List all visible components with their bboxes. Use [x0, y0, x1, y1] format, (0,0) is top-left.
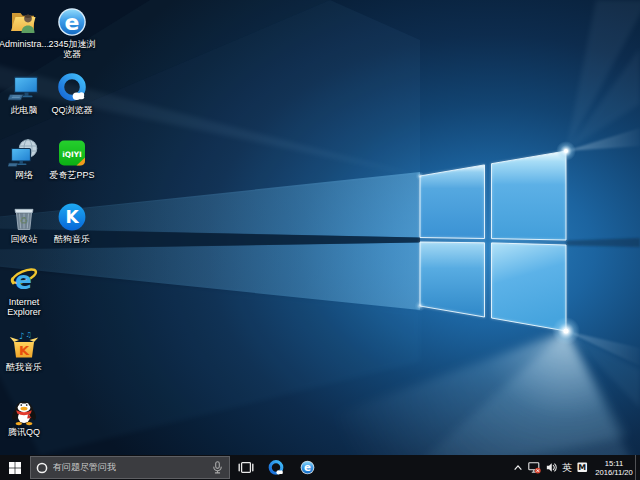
svg-text:♫: ♫ [26, 331, 32, 339]
desktop-icon-label: 爱奇艺PPS [40, 170, 104, 180]
taskbar-qq-browser-button[interactable] [264, 455, 288, 480]
svg-text:iQIYI: iQIYI [62, 150, 82, 159]
kugou-music-icon: K [56, 201, 88, 233]
taskbar-clock[interactable]: 15:11 2016/11/20 [590, 459, 635, 477]
recycle-bin-icon: ♻ [8, 201, 40, 233]
cortana-search-box[interactable]: 有问题尽管问我 [30, 456, 230, 479]
desktop-icon-internet-explorer[interactable]: e Internet Explorer [0, 264, 56, 317]
clock-time: 15:11 [593, 459, 635, 468]
qq-browser-icon [56, 72, 88, 104]
hidden-icons-chevron-button[interactable] [511, 455, 526, 480]
browser-2345-icon: e [56, 6, 88, 38]
show-desktop-button[interactable] [635, 455, 640, 480]
svg-text:K: K [66, 207, 80, 227]
desktop-icon-iqiyi-pps[interactable]: iQIYI 爱奇艺PPS [40, 137, 104, 180]
desktop-icon-label: 酷狗音乐 [40, 234, 104, 244]
tencent-qq-icon [8, 394, 40, 426]
desktop-icon-label: 2345加速浏 览器 [40, 39, 104, 59]
speaker-icon [546, 462, 557, 473]
desktop-icon-label: Internet Explorer [0, 297, 56, 317]
language-indicator[interactable]: 英 [560, 455, 575, 480]
internet-explorer-icon: e [8, 264, 40, 296]
iqiyi-pps-icon: iQIYI [56, 137, 88, 169]
desktop-icon-browser-2345[interactable]: e 2345加速浏 览器 [40, 6, 104, 59]
windows-logo-icon [9, 462, 21, 474]
ime-m-icon: M [577, 462, 588, 473]
desktop-icon-qq-browser[interactable]: QQ浏览器 [40, 72, 104, 115]
taskbar: 有问题尽管问我 [0, 455, 640, 480]
taskbar-2345-browser-button[interactable]: e [296, 455, 319, 480]
qq-browser-icon [267, 459, 285, 477]
svg-text:♪: ♪ [19, 331, 25, 341]
desktop-icon-tencent-qq[interactable]: 腾讯QQ [0, 394, 56, 437]
svg-text:M: M [578, 463, 586, 472]
language-indicator-text: 英 [562, 461, 572, 475]
desktop-icon-kuwo-music[interactable]: ♪ ♫ K 酷我音乐 [0, 329, 56, 372]
svg-text:K: K [19, 343, 30, 358]
desktop-icon-kugou-music[interactable]: K 酷狗音乐 [40, 201, 104, 244]
desktop-screen: Administra... e 2345加速浏 览器 [0, 0, 640, 480]
ime-mode-button[interactable]: M [575, 455, 591, 480]
chevron-up-icon [513, 463, 523, 472]
svg-text:e: e [15, 266, 32, 295]
kuwo-music-icon: ♪ ♫ K [8, 329, 40, 361]
volume-button[interactable] [544, 455, 560, 480]
desktop-icon-label: QQ浏览器 [40, 105, 104, 115]
task-view-button[interactable] [234, 455, 258, 480]
search-placeholder: 有问题尽管问我 [53, 461, 212, 474]
network-disconnected-icon [528, 462, 541, 474]
task-view-icon [238, 461, 254, 474]
microphone-icon[interactable] [212, 461, 223, 474]
network-icon [8, 137, 40, 169]
svg-text:e: e [65, 10, 80, 35]
desktop-icon-label: 腾讯QQ [0, 427, 56, 437]
clock-date: 2016/11/20 [593, 468, 635, 477]
network-status-button[interactable] [526, 455, 544, 480]
this-pc-icon [8, 72, 40, 104]
system-tray: 英 M 15:11 2016/11/20 [511, 455, 640, 480]
desktop-icon-label: 酷我音乐 [0, 362, 56, 372]
svg-text:♻: ♻ [20, 215, 29, 226]
start-button[interactable] [0, 455, 30, 480]
administrator-folder-icon [8, 6, 40, 38]
cortana-icon [36, 462, 48, 474]
svg-text:e: e [304, 461, 311, 473]
browser-2345-icon: e [300, 460, 315, 475]
